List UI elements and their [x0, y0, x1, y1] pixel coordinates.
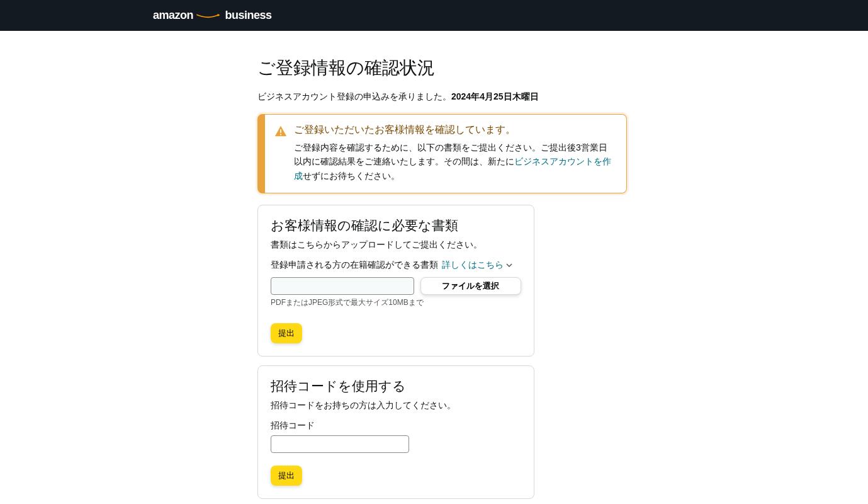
subtitle-date: 2024年4月25日木曜日: [451, 91, 539, 101]
upload-card-desc: 書類はこちらからアップロードしてご提出ください。: [271, 239, 521, 251]
file-display-field: [271, 277, 414, 295]
verification-alert: ご登録いただいたお客様情報を確認しています。 ご登録内容を確認するために、以下の…: [257, 114, 627, 193]
choose-file-button[interactable]: ファイルを選択: [420, 277, 521, 295]
logo-business-text: business: [225, 9, 271, 22]
doc-label-row: 登録申請される方の在籍確認ができる書類 詳しくはこちら: [271, 260, 521, 271]
alert-title: ご登録いただいたお客様情報を確認しています。: [294, 123, 614, 137]
svg-rect-0: [280, 129, 281, 133]
alert-body: ご登録内容を確認するために、以下の書類をご提出ください。ご提出後3営業日以内に確…: [294, 140, 614, 183]
invite-code-input[interactable]: [271, 435, 409, 453]
subtitle-row: ビジネスアカウント登録の申込みを承りました。2024年4月25日木曜日: [257, 91, 755, 103]
warning-icon: [274, 125, 288, 139]
chevron-down-icon: [506, 262, 512, 268]
invite-card-title: 招待コードを使用する: [271, 377, 521, 395]
upload-submit-button[interactable]: 提出: [271, 323, 302, 343]
amazon-business-logo[interactable]: amazon business: [153, 9, 272, 22]
invite-submit-button[interactable]: 提出: [271, 466, 302, 486]
amazon-smile-icon: [196, 14, 221, 19]
doc-label-text: 登録申請される方の在籍確認ができる書類: [271, 260, 438, 271]
file-format-hint: PDFまたはJPEG形式で最大サイズ10MBまで: [271, 297, 521, 308]
invite-code-card: 招待コードを使用する 招待コードをお持ちの方は入力してください。 招待コード 提…: [257, 365, 534, 499]
subtitle-prefix: ビジネスアカウント登録の申込みを承りました。: [257, 91, 451, 101]
main-container: ご登録情報の確認状況 ビジネスアカウント登録の申込みを承りました。2024年4月…: [245, 31, 767, 504]
document-upload-card: お客様情報の確認に必要な書類 書類はこちらからアップロードしてご提出ください。 …: [257, 205, 534, 357]
invite-card-desc: 招待コードをお持ちの方は入力してください。: [271, 400, 521, 411]
app-header: amazon business: [0, 0, 868, 31]
invite-code-label: 招待コード: [271, 420, 521, 432]
upload-card-title: お客様情報の確認に必要な書類: [271, 217, 521, 234]
details-expand-link[interactable]: 詳しくはこちら: [442, 260, 512, 271]
logo-amazon-text: amazon: [153, 9, 193, 21]
page-title: ご登録情報の確認状況: [257, 56, 755, 80]
svg-rect-1: [280, 134, 281, 135]
